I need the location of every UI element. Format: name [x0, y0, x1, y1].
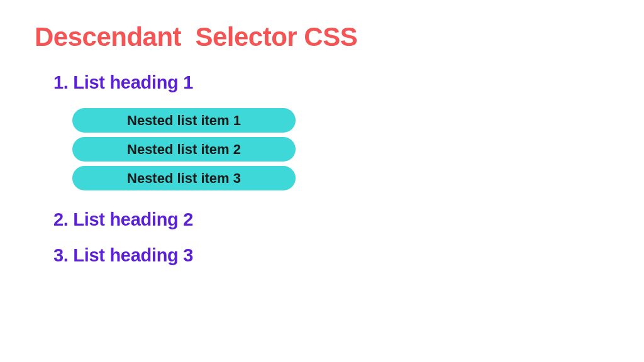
- list-item: Nested list item 3: [72, 166, 296, 190]
- list-item: Nested list item 2: [72, 137, 296, 162]
- nested-list: Nested list item 1 Nested list item 2 Ne…: [72, 108, 609, 190]
- list-heading-1: 1. List heading 1: [53, 72, 609, 93]
- list-heading-3: 3. List heading 3: [53, 245, 609, 266]
- list-heading-2: 2. List heading 2: [53, 209, 609, 230]
- list-item: Nested list item 1: [72, 108, 296, 133]
- page-title: Descendant Selector CSS: [35, 22, 609, 52]
